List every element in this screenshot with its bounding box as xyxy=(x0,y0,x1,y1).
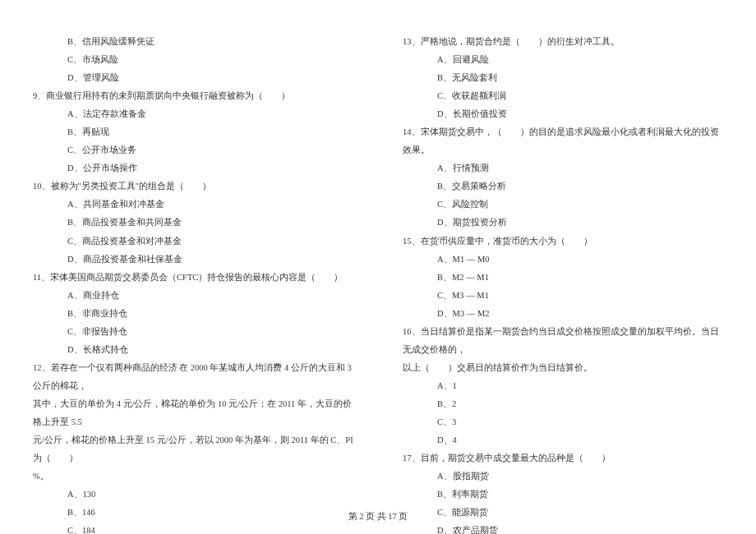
q8-option-c: C、市场风险 xyxy=(33,51,353,69)
q16-stem-line2: 以上（ ）交易日的结算价作为当日结算价。 xyxy=(403,359,723,377)
q13-option-c: C、收获超额利润 xyxy=(403,87,723,105)
q9-option-c: C、公开市场业务 xyxy=(33,141,353,159)
q15-option-d: D、M3 — M2 xyxy=(403,305,723,323)
q17-stem: 17、目前，期货交易中成交量最大的品种是（ ） xyxy=(403,449,723,467)
q14-option-a: A、行情预测 xyxy=(403,159,723,177)
q15-option-c: C、M3 — M1 xyxy=(403,287,723,305)
page-content: B、信用风险缓释凭证 C、市场风险 D、管理风险 9、商业银行用持有的未到期票据… xyxy=(0,0,756,534)
q16-option-c: C、3 xyxy=(403,413,723,431)
q10-stem: 10、被称为"另类投资工具"的组合是（ ） xyxy=(33,177,353,196)
q15-option-a: A、M1 — M0 xyxy=(403,251,723,269)
q17-option-d: D、农产品期货 xyxy=(403,522,723,534)
q10-option-a: A、共同基金和对冲基金 xyxy=(33,196,353,214)
q9-option-a: A、法定存款准备金 xyxy=(33,105,353,123)
q12-option-c: C、184 xyxy=(33,522,353,534)
q15-stem: 15、在货币供应量中，准货币的大小为（ ） xyxy=(403,232,723,251)
q13-option-d: D、长期价值投资 xyxy=(403,105,723,123)
q16-option-b: B、2 xyxy=(403,395,723,413)
q17-option-a: A、股指期货 xyxy=(403,467,723,486)
q11-option-a: A、商业持仓 xyxy=(33,287,353,305)
q14-option-c: C、风险控制 xyxy=(403,196,723,214)
right-column: 13、严格地说，期货合约是（ ）的衍生对冲工具。 A、回避风险 B、无风险套利 … xyxy=(403,33,723,534)
q16-option-a: A、1 xyxy=(403,377,723,395)
q8-option-d: D、管理风险 xyxy=(33,69,353,87)
q8-option-b: B、信用风险缓释凭证 xyxy=(33,33,353,51)
q17-option-b: B、利率期货 xyxy=(403,486,723,504)
q9-stem: 9、商业银行用持有的未到期票据向中央银行融资被称为（ ） xyxy=(33,87,353,105)
q9-option-b: B、再贴现 xyxy=(33,123,353,141)
q10-option-c: C、商品投资基金和对冲基金 xyxy=(33,232,353,251)
left-column: B、信用风险缓释凭证 C、市场风险 D、管理风险 9、商业银行用持有的未到期票据… xyxy=(33,33,353,534)
q13-option-a: A、回避风险 xyxy=(403,51,723,69)
q11-option-d: D、长格式持仓 xyxy=(33,341,353,359)
q12-stem-line4: %。 xyxy=(33,467,353,486)
q14-stem: 14、宋体期货交易中，（ ）的目的是追求风险最小化或者利润最大化的投资效果。 xyxy=(403,123,723,159)
q15-option-b: B、M2 — M1 xyxy=(403,269,723,287)
q12-stem-line3: 元/公斤，棉花的价格上升至 15 元/公斤，若以 2000 年为基年，则 201… xyxy=(33,431,353,467)
q11-option-c: C、非报告持仓 xyxy=(33,323,353,341)
q14-option-b: B、交易策略分析 xyxy=(403,177,723,196)
q10-option-b: B、商品投资基金和共同基金 xyxy=(33,214,353,232)
page-footer: 第 2 页 共 17 页 xyxy=(0,511,756,522)
q9-option-d: D、公开市场操作 xyxy=(33,159,353,177)
q12-option-a: A、130 xyxy=(33,486,353,504)
q11-stem: 11、宋体美国商品期货交易委员会（CFTC）持仓报告的最核心内容是（ ） xyxy=(33,269,353,287)
q14-option-d: D、期货投资分析 xyxy=(403,214,723,232)
q10-option-d: D、商品投资基金和社保基金 xyxy=(33,251,353,269)
q13-option-b: B、无风险套利 xyxy=(403,69,723,87)
q13-stem: 13、严格地说，期货合约是（ ）的衍生对冲工具。 xyxy=(403,33,723,51)
q12-stem-line2: 其中，大豆的单价为 4 元/公斤，棉花的单价为 10 元/公斤；在 2011 年… xyxy=(33,395,353,431)
q16-stem-line1: 16、当日结算价是指某一期货合约当日成交价格按照成交量的加权平均价。当日无成交价… xyxy=(403,323,723,359)
q16-option-d: D、4 xyxy=(403,431,723,449)
q11-option-b: B、非商业持仓 xyxy=(33,305,353,323)
q12-stem-line1: 12、若存在一个仅有两种商品的经济 在 2000 年某城市人均消费 4 公斤的大… xyxy=(33,359,353,395)
